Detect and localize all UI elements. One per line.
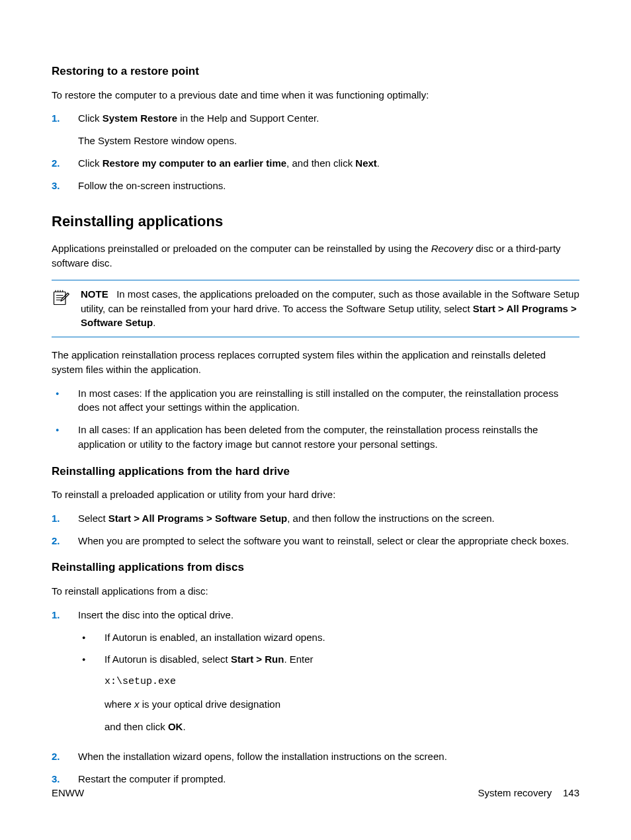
- step-3: 3. Follow the on-screen instructions.: [52, 179, 579, 193]
- list-item: If Autorun is disabled, select Start > R…: [78, 652, 579, 734]
- step-content: When the installation wizard opens, foll…: [78, 749, 579, 764]
- text: .: [377, 157, 380, 169]
- step-marker: 2.: [52, 534, 78, 548]
- intro-reinstalling-apps: Applications preinstalled or preloaded o…: [52, 241, 579, 271]
- text: Follow the on-screen instructions.: [78, 179, 579, 193]
- steps-restore-point: 1. Click System Restore in the Help and …: [52, 111, 579, 192]
- italic-text: x: [134, 698, 140, 710]
- page-number: 143: [563, 787, 579, 798]
- heading-reinstall-discs: Reinstalling applications from discs: [52, 560, 579, 576]
- heading-restore-point: Restoring to a restore point: [52, 63, 579, 80]
- para-reinstall-process: The application reinstallation process r…: [52, 348, 579, 377]
- text: Applications preinstalled or preloaded o…: [52, 243, 431, 254]
- heading-reinstalling-apps: Reinstalling applications: [52, 211, 579, 232]
- code-text: x:\setup.exe: [105, 675, 579, 689]
- step-content: Click System Restore in the Help and Sup…: [78, 111, 579, 148]
- step-content: Click Restore my computer to an earlier …: [78, 156, 579, 171]
- step-content: Follow the on-screen instructions.: [78, 179, 579, 193]
- intro-reinstall-discs: To reinstall applications from a disc:: [52, 584, 579, 599]
- step-content: Insert the disc into the optical drive. …: [78, 608, 579, 742]
- list-item: If Autorun is enabled, an installation w…: [78, 630, 579, 645]
- text: in the Help and Support Center.: [177, 112, 319, 124]
- bold-text: Next: [355, 157, 377, 169]
- italic-text: Recovery: [431, 243, 473, 254]
- bullet-content: In most cases: If the application you ar…: [78, 386, 579, 415]
- step-3: 3. Restart the computer if prompted.: [52, 772, 579, 786]
- text: If Autorun is disabled, select: [105, 653, 231, 665]
- text: .: [183, 721, 185, 732]
- text: When the installation wizard opens, foll…: [78, 749, 579, 764]
- bullet-content: If Autorun is disabled, select Start > R…: [105, 652, 579, 734]
- bullets-reinstall-cases: In most cases: If the application you ar…: [52, 386, 579, 452]
- step-marker: 3.: [52, 772, 78, 786]
- footer-section-label: System recovery: [478, 787, 552, 798]
- text: is your optical drive designation: [140, 698, 280, 710]
- step-2: 2. Click Restore my computer to an earli…: [52, 156, 579, 171]
- text: , and then click: [286, 157, 355, 169]
- footer-right: System recovery 143: [478, 786, 579, 800]
- footer-left: ENWW: [52, 786, 84, 800]
- steps-reinstall-hd: 1. Select Start > All Programs > Softwar…: [52, 511, 579, 548]
- step-marker: 1.: [52, 511, 78, 526]
- bold-text: Restore my computer to an earlier time: [103, 157, 286, 169]
- note-box: NOTE In most cases, the applications pre…: [52, 280, 579, 337]
- intro-reinstall-hd: To reinstall a preloaded application or …: [52, 487, 579, 502]
- page-footer: ENWW System recovery 143: [52, 786, 579, 800]
- bold-text: Start > Run: [231, 653, 284, 665]
- bullet-icon: [78, 630, 105, 645]
- bullet-content: In all cases: If an application has been…: [78, 423, 579, 452]
- step-2: 2. When the installation wizard opens, f…: [52, 749, 579, 764]
- step-1: 1. Click System Restore in the Help and …: [52, 111, 579, 148]
- step-marker: 1.: [52, 608, 78, 742]
- heading-reinstall-hd: Reinstalling applications from the hard …: [52, 464, 579, 480]
- note-icon: [52, 288, 70, 307]
- step-1: 1. Insert the disc into the optical driv…: [52, 608, 579, 742]
- note-label: NOTE: [81, 288, 108, 300]
- document-page: Restoring to a restore point To restore …: [0, 0, 631, 840]
- step-marker: 2.: [52, 749, 78, 764]
- step-2: 2. When you are prompted to select the s…: [52, 534, 579, 548]
- text: Click: [78, 157, 103, 169]
- step-content: When you are prompted to select the soft…: [78, 534, 579, 548]
- list-item: In all cases: If an application has been…: [52, 423, 579, 452]
- list-item: In most cases: If the application you ar…: [52, 386, 579, 415]
- bold-text: System Restore: [103, 112, 177, 124]
- intro-restore-point: To restore the computer to a previous da…: [52, 88, 579, 103]
- text: When you are prompted to select the soft…: [78, 534, 579, 548]
- text: where: [105, 698, 134, 710]
- note-text: NOTE In most cases, the applications pre…: [81, 287, 579, 330]
- step-marker: 2.: [52, 156, 78, 171]
- text: . Enter: [284, 653, 313, 665]
- note-icon-col: [52, 287, 81, 330]
- text: , and then follow the instructions on th…: [287, 513, 495, 524]
- step-content: Select Start > All Programs > Software S…: [78, 511, 579, 526]
- text: Select: [78, 513, 108, 524]
- text: and then click: [105, 721, 168, 732]
- text: Insert the disc into the optical drive.: [78, 608, 579, 622]
- text: Restart the computer if prompted.: [78, 772, 579, 786]
- text: Click: [78, 112, 103, 124]
- step-1: 1. Select Start > All Programs > Softwar…: [52, 511, 579, 526]
- bullet-icon: [52, 423, 78, 452]
- svg-rect-0: [54, 292, 66, 304]
- sub-bullets: If Autorun is enabled, an installation w…: [78, 630, 579, 734]
- bullet-content: If Autorun is enabled, an installation w…: [105, 630, 579, 645]
- text: .: [153, 317, 155, 328]
- bullet-icon: [78, 652, 105, 734]
- bold-text: OK: [168, 721, 183, 732]
- step-content: Restart the computer if prompted.: [78, 772, 579, 786]
- bullet-icon: [52, 386, 78, 415]
- step-marker: 1.: [52, 111, 78, 148]
- steps-reinstall-discs: 1. Insert the disc into the optical driv…: [52, 608, 579, 786]
- step-marker: 3.: [52, 179, 78, 193]
- bold-text: Start > All Programs > Software Setup: [108, 513, 287, 524]
- step-extra: The System Restore window opens.: [78, 134, 579, 148]
